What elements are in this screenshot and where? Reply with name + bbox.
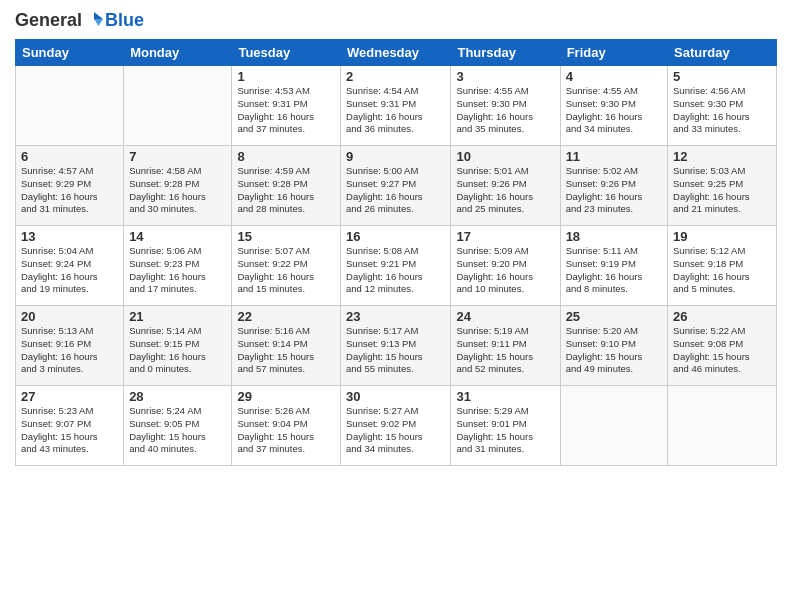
day-number: 25: [566, 309, 662, 324]
day-number: 8: [237, 149, 335, 164]
table-row: 18Sunrise: 5:11 AMSunset: 9:19 PMDayligh…: [560, 226, 667, 306]
day-info: Sunrise: 5:19 AMSunset: 9:11 PMDaylight:…: [456, 325, 554, 376]
logo-general: General: [15, 10, 82, 31]
day-number: 27: [21, 389, 118, 404]
table-row: 11Sunrise: 5:02 AMSunset: 9:26 PMDayligh…: [560, 146, 667, 226]
header: General Blue: [15, 10, 777, 31]
table-row: 6Sunrise: 4:57 AMSunset: 9:29 PMDaylight…: [16, 146, 124, 226]
svg-marker-1: [94, 19, 103, 26]
table-row: 27Sunrise: 5:23 AMSunset: 9:07 PMDayligh…: [16, 386, 124, 466]
table-row: 15Sunrise: 5:07 AMSunset: 9:22 PMDayligh…: [232, 226, 341, 306]
calendar-body: 1Sunrise: 4:53 AMSunset: 9:31 PMDaylight…: [16, 66, 777, 466]
table-row: 24Sunrise: 5:19 AMSunset: 9:11 PMDayligh…: [451, 306, 560, 386]
day-number: 14: [129, 229, 226, 244]
day-info: Sunrise: 4:57 AMSunset: 9:29 PMDaylight:…: [21, 165, 118, 216]
table-row: 10Sunrise: 5:01 AMSunset: 9:26 PMDayligh…: [451, 146, 560, 226]
table-row: [124, 66, 232, 146]
day-info: Sunrise: 5:16 AMSunset: 9:14 PMDaylight:…: [237, 325, 335, 376]
day-number: 15: [237, 229, 335, 244]
day-info: Sunrise: 5:17 AMSunset: 9:13 PMDaylight:…: [346, 325, 445, 376]
table-row: 7Sunrise: 4:58 AMSunset: 9:28 PMDaylight…: [124, 146, 232, 226]
day-info: Sunrise: 5:24 AMSunset: 9:05 PMDaylight:…: [129, 405, 226, 456]
day-number: 30: [346, 389, 445, 404]
day-info: Sunrise: 5:20 AMSunset: 9:10 PMDaylight:…: [566, 325, 662, 376]
table-row: 19Sunrise: 5:12 AMSunset: 9:18 PMDayligh…: [668, 226, 777, 306]
svg-marker-0: [94, 12, 103, 19]
day-number: 31: [456, 389, 554, 404]
day-number: 6: [21, 149, 118, 164]
day-info: Sunrise: 5:14 AMSunset: 9:15 PMDaylight:…: [129, 325, 226, 376]
table-row: 22Sunrise: 5:16 AMSunset: 9:14 PMDayligh…: [232, 306, 341, 386]
col-saturday: Saturday: [668, 40, 777, 66]
day-number: 2: [346, 69, 445, 84]
col-tuesday: Tuesday: [232, 40, 341, 66]
day-number: 5: [673, 69, 771, 84]
day-number: 29: [237, 389, 335, 404]
table-row: 30Sunrise: 5:27 AMSunset: 9:02 PMDayligh…: [341, 386, 451, 466]
table-row: 1Sunrise: 4:53 AMSunset: 9:31 PMDaylight…: [232, 66, 341, 146]
day-info: Sunrise: 5:26 AMSunset: 9:04 PMDaylight:…: [237, 405, 335, 456]
table-row: 8Sunrise: 4:59 AMSunset: 9:28 PMDaylight…: [232, 146, 341, 226]
day-info: Sunrise: 5:22 AMSunset: 9:08 PMDaylight:…: [673, 325, 771, 376]
table-row: 16Sunrise: 5:08 AMSunset: 9:21 PMDayligh…: [341, 226, 451, 306]
table-row: 9Sunrise: 5:00 AMSunset: 9:27 PMDaylight…: [341, 146, 451, 226]
calendar-week-row: 1Sunrise: 4:53 AMSunset: 9:31 PMDaylight…: [16, 66, 777, 146]
day-info: Sunrise: 4:54 AMSunset: 9:31 PMDaylight:…: [346, 85, 445, 136]
day-number: 9: [346, 149, 445, 164]
calendar-week-row: 13Sunrise: 5:04 AMSunset: 9:24 PMDayligh…: [16, 226, 777, 306]
table-row: 29Sunrise: 5:26 AMSunset: 9:04 PMDayligh…: [232, 386, 341, 466]
day-number: 7: [129, 149, 226, 164]
table-row: 14Sunrise: 5:06 AMSunset: 9:23 PMDayligh…: [124, 226, 232, 306]
day-info: Sunrise: 4:55 AMSunset: 9:30 PMDaylight:…: [566, 85, 662, 136]
day-number: 19: [673, 229, 771, 244]
col-monday: Monday: [124, 40, 232, 66]
table-row: 5Sunrise: 4:56 AMSunset: 9:30 PMDaylight…: [668, 66, 777, 146]
col-wednesday: Wednesday: [341, 40, 451, 66]
day-info: Sunrise: 5:09 AMSunset: 9:20 PMDaylight:…: [456, 245, 554, 296]
table-row: [668, 386, 777, 466]
day-info: Sunrise: 5:02 AMSunset: 9:26 PMDaylight:…: [566, 165, 662, 216]
table-row: 17Sunrise: 5:09 AMSunset: 9:20 PMDayligh…: [451, 226, 560, 306]
day-number: 13: [21, 229, 118, 244]
day-info: Sunrise: 5:08 AMSunset: 9:21 PMDaylight:…: [346, 245, 445, 296]
day-number: 20: [21, 309, 118, 324]
day-number: 21: [129, 309, 226, 324]
logo-flag-icon: [83, 11, 105, 31]
day-info: Sunrise: 4:59 AMSunset: 9:28 PMDaylight:…: [237, 165, 335, 216]
day-info: Sunrise: 5:03 AMSunset: 9:25 PMDaylight:…: [673, 165, 771, 216]
table-row: 23Sunrise: 5:17 AMSunset: 9:13 PMDayligh…: [341, 306, 451, 386]
table-row: 3Sunrise: 4:55 AMSunset: 9:30 PMDaylight…: [451, 66, 560, 146]
day-info: Sunrise: 5:27 AMSunset: 9:02 PMDaylight:…: [346, 405, 445, 456]
day-number: 10: [456, 149, 554, 164]
table-row: 20Sunrise: 5:13 AMSunset: 9:16 PMDayligh…: [16, 306, 124, 386]
day-number: 24: [456, 309, 554, 324]
day-info: Sunrise: 5:06 AMSunset: 9:23 PMDaylight:…: [129, 245, 226, 296]
day-number: 16: [346, 229, 445, 244]
day-number: 23: [346, 309, 445, 324]
col-sunday: Sunday: [16, 40, 124, 66]
day-info: Sunrise: 4:55 AMSunset: 9:30 PMDaylight:…: [456, 85, 554, 136]
logo: General Blue: [15, 10, 144, 31]
day-number: 1: [237, 69, 335, 84]
day-number: 28: [129, 389, 226, 404]
day-number: 3: [456, 69, 554, 84]
table-row: 12Sunrise: 5:03 AMSunset: 9:25 PMDayligh…: [668, 146, 777, 226]
day-info: Sunrise: 5:01 AMSunset: 9:26 PMDaylight:…: [456, 165, 554, 216]
table-row: 28Sunrise: 5:24 AMSunset: 9:05 PMDayligh…: [124, 386, 232, 466]
col-friday: Friday: [560, 40, 667, 66]
table-row: 13Sunrise: 5:04 AMSunset: 9:24 PMDayligh…: [16, 226, 124, 306]
header-row: Sunday Monday Tuesday Wednesday Thursday…: [16, 40, 777, 66]
day-info: Sunrise: 4:53 AMSunset: 9:31 PMDaylight:…: [237, 85, 335, 136]
logo-blue: Blue: [105, 10, 144, 31]
day-info: Sunrise: 5:12 AMSunset: 9:18 PMDaylight:…: [673, 245, 771, 296]
day-number: 4: [566, 69, 662, 84]
table-row: [560, 386, 667, 466]
day-info: Sunrise: 5:00 AMSunset: 9:27 PMDaylight:…: [346, 165, 445, 216]
table-row: [16, 66, 124, 146]
day-number: 22: [237, 309, 335, 324]
calendar-header: Sunday Monday Tuesday Wednesday Thursday…: [16, 40, 777, 66]
day-info: Sunrise: 5:13 AMSunset: 9:16 PMDaylight:…: [21, 325, 118, 376]
day-number: 12: [673, 149, 771, 164]
day-info: Sunrise: 5:11 AMSunset: 9:19 PMDaylight:…: [566, 245, 662, 296]
table-row: 26Sunrise: 5:22 AMSunset: 9:08 PMDayligh…: [668, 306, 777, 386]
